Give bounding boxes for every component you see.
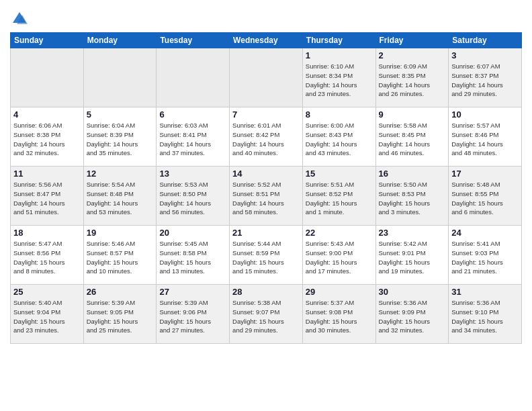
page: SundayMondayTuesdayWednesdayThursdayFrid… [0,0,532,411]
day-number: 21 [232,228,300,238]
calendar-weekday-tuesday: Tuesday [157,33,230,48]
calendar-cell: 7Sunrise: 6:01 AM Sunset: 8:42 PM Daylig… [230,107,303,167]
calendar-cell: 30Sunrise: 5:36 AM Sunset: 9:09 PM Dayli… [375,285,449,344]
calendar-weekday-friday: Friday [375,33,449,48]
day-number: 4 [13,109,81,120]
logo-icon [10,9,29,28]
day-number: 18 [13,228,81,238]
day-number: 24 [451,228,519,238]
calendar-week-row: 1Sunrise: 6:10 AM Sunset: 8:34 PM Daylig… [11,48,522,107]
day-number: 8 [306,109,373,120]
day-number: 9 [379,109,446,120]
calendar-cell: 15Sunrise: 5:51 AM Sunset: 8:52 PM Dayli… [302,167,375,226]
day-info: Sunrise: 5:50 AM Sunset: 8:53 PM Dayligh… [379,180,446,217]
day-number: 12 [87,169,154,179]
calendar-cell: 23Sunrise: 5:42 AM Sunset: 9:01 PM Dayli… [375,226,449,285]
day-info: Sunrise: 5:52 AM Sunset: 8:51 PM Dayligh… [232,180,300,217]
day-number: 30 [379,287,446,297]
day-info: Sunrise: 5:45 AM Sunset: 8:58 PM Dayligh… [159,239,226,276]
calendar-cell: 12Sunrise: 5:54 AM Sunset: 8:48 PM Dayli… [83,167,157,226]
day-info: Sunrise: 5:48 AM Sunset: 8:55 PM Dayligh… [451,180,519,217]
calendar-cell: 26Sunrise: 5:39 AM Sunset: 9:05 PM Dayli… [83,285,157,344]
calendar-cell: 24Sunrise: 5:41 AM Sunset: 9:03 PM Dayli… [449,226,522,285]
day-info: Sunrise: 6:10 AM Sunset: 8:34 PM Dayligh… [306,62,373,99]
calendar-cell: 10Sunrise: 5:57 AM Sunset: 8:46 PM Dayli… [449,107,522,167]
day-info: Sunrise: 6:04 AM Sunset: 8:39 PM Dayligh… [87,121,154,158]
day-number: 15 [306,169,373,179]
calendar-cell: 13Sunrise: 5:53 AM Sunset: 8:50 PM Dayli… [157,167,230,226]
day-info: Sunrise: 5:57 AM Sunset: 8:46 PM Dayligh… [451,121,519,158]
calendar-table: SundayMondayTuesdayWednesdayThursdayFrid… [10,32,522,344]
calendar-cell: 8Sunrise: 6:00 AM Sunset: 8:43 PM Daylig… [302,107,375,167]
calendar-cell: 2Sunrise: 6:09 AM Sunset: 8:35 PM Daylig… [375,48,449,107]
calendar-cell: 19Sunrise: 5:46 AM Sunset: 8:57 PM Dayli… [83,226,157,285]
day-number: 17 [451,169,519,179]
day-info: Sunrise: 6:03 AM Sunset: 8:41 PM Dayligh… [159,121,226,158]
calendar-weekday-wednesday: Wednesday [230,33,303,48]
day-info: Sunrise: 5:42 AM Sunset: 9:01 PM Dayligh… [379,239,446,276]
day-number: 1 [306,50,373,60]
calendar-cell: 9Sunrise: 5:58 AM Sunset: 8:45 PM Daylig… [375,107,449,167]
day-number: 27 [159,287,226,297]
day-info: Sunrise: 5:37 AM Sunset: 9:08 PM Dayligh… [306,298,373,335]
day-number: 26 [87,287,154,297]
calendar-cell: 18Sunrise: 5:47 AM Sunset: 8:56 PM Dayli… [11,226,84,285]
calendar-cell [83,48,157,107]
calendar-week-row: 25Sunrise: 5:40 AM Sunset: 9:04 PM Dayli… [11,285,522,344]
day-number: 6 [159,109,226,120]
day-number: 16 [379,169,446,179]
calendar-cell: 27Sunrise: 5:39 AM Sunset: 9:06 PM Dayli… [157,285,230,344]
calendar-cell: 3Sunrise: 6:07 AM Sunset: 8:37 PM Daylig… [449,48,522,107]
calendar-weekday-sunday: Sunday [11,33,84,48]
day-number: 22 [306,228,373,238]
day-info: Sunrise: 5:58 AM Sunset: 8:45 PM Dayligh… [379,121,446,158]
day-number: 29 [306,287,373,297]
calendar-cell: 21Sunrise: 5:44 AM Sunset: 8:59 PM Dayli… [230,226,303,285]
day-info: Sunrise: 5:46 AM Sunset: 8:57 PM Dayligh… [87,239,154,276]
calendar-cell: 14Sunrise: 5:52 AM Sunset: 8:51 PM Dayli… [230,167,303,226]
calendar-cell: 22Sunrise: 5:43 AM Sunset: 9:00 PM Dayli… [302,226,375,285]
day-info: Sunrise: 5:40 AM Sunset: 9:04 PM Dayligh… [13,298,81,335]
calendar-week-row: 18Sunrise: 5:47 AM Sunset: 8:56 PM Dayli… [11,226,522,285]
day-number: 19 [87,228,154,238]
calendar-weekday-monday: Monday [83,33,157,48]
calendar-cell [230,48,303,107]
logo [10,9,32,28]
day-info: Sunrise: 5:43 AM Sunset: 9:00 PM Dayligh… [306,239,373,276]
day-number: 10 [451,109,519,120]
calendar-cell: 1Sunrise: 6:10 AM Sunset: 8:34 PM Daylig… [302,48,375,107]
calendar-cell [157,48,230,107]
calendar-cell: 28Sunrise: 5:38 AM Sunset: 9:07 PM Dayli… [230,285,303,344]
day-number: 13 [159,169,226,179]
day-info: Sunrise: 5:36 AM Sunset: 9:09 PM Dayligh… [379,298,446,335]
day-info: Sunrise: 6:01 AM Sunset: 8:42 PM Dayligh… [232,121,300,158]
calendar-header-row: SundayMondayTuesdayWednesdayThursdayFrid… [11,33,522,48]
day-number: 5 [87,109,154,120]
calendar-cell: 11Sunrise: 5:56 AM Sunset: 8:47 PM Dayli… [11,167,84,226]
day-number: 7 [232,109,300,120]
day-number: 25 [13,287,81,297]
day-number: 20 [159,228,226,238]
day-info: Sunrise: 5:39 AM Sunset: 9:06 PM Dayligh… [159,298,226,335]
day-info: Sunrise: 5:36 AM Sunset: 9:10 PM Dayligh… [451,298,519,335]
day-info: Sunrise: 5:51 AM Sunset: 8:52 PM Dayligh… [306,180,373,217]
day-info: Sunrise: 6:06 AM Sunset: 8:38 PM Dayligh… [13,121,81,158]
day-number: 28 [232,287,300,297]
day-number: 23 [379,228,446,238]
day-info: Sunrise: 6:07 AM Sunset: 8:37 PM Dayligh… [451,62,519,99]
calendar-cell: 31Sunrise: 5:36 AM Sunset: 9:10 PM Dayli… [449,285,522,344]
calendar-cell: 16Sunrise: 5:50 AM Sunset: 8:53 PM Dayli… [375,167,449,226]
calendar-cell: 17Sunrise: 5:48 AM Sunset: 8:55 PM Dayli… [449,167,522,226]
calendar-cell: 4Sunrise: 6:06 AM Sunset: 8:38 PM Daylig… [11,107,84,167]
day-number: 11 [13,169,81,179]
day-number: 14 [232,169,300,179]
calendar-cell: 25Sunrise: 5:40 AM Sunset: 9:04 PM Dayli… [11,285,84,344]
day-number: 2 [379,50,446,60]
day-number: 31 [451,287,519,297]
calendar-cell: 5Sunrise: 6:04 AM Sunset: 8:39 PM Daylig… [83,107,157,167]
day-info: Sunrise: 5:56 AM Sunset: 8:47 PM Dayligh… [13,180,81,217]
calendar-cell: 29Sunrise: 5:37 AM Sunset: 9:08 PM Dayli… [302,285,375,344]
day-info: Sunrise: 5:54 AM Sunset: 8:48 PM Dayligh… [87,180,154,217]
calendar-weekday-thursday: Thursday [302,33,375,48]
calendar-weekday-saturday: Saturday [449,33,522,48]
